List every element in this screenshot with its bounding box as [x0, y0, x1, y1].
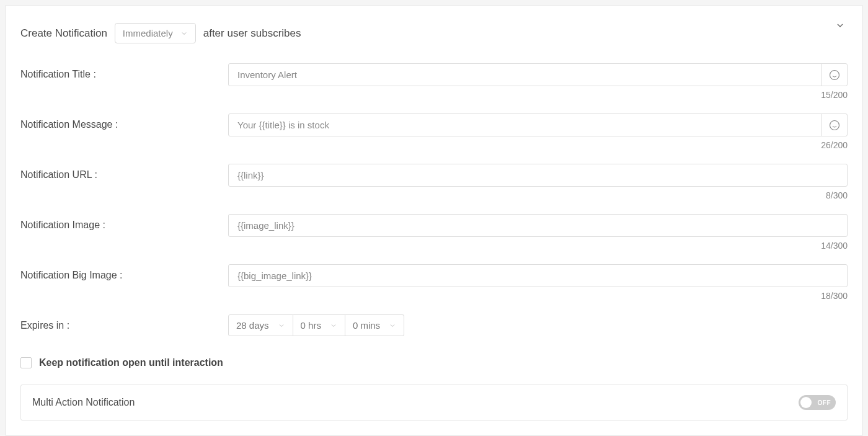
- toggle-state-text: OFF: [818, 399, 831, 406]
- timing-dropdown[interactable]: Immediately: [115, 23, 196, 43]
- chevron-down-icon: [330, 322, 337, 329]
- svg-point-0: [830, 70, 839, 79]
- toggle-knob: [800, 397, 812, 408]
- keep-open-label: Keep notification open until interaction: [39, 357, 223, 368]
- timing-selected: Immediately: [123, 28, 173, 38]
- emoji-picker-button[interactable]: [821, 64, 847, 86]
- row-image: Notification Image : 14/300: [20, 214, 848, 260]
- create-notification-panel: Create Notification Immediately after us…: [5, 5, 863, 436]
- header-prefix: Create Notification: [20, 27, 107, 40]
- row-big-image: Notification Big Image : 18/300: [20, 264, 848, 311]
- multi-action-section: Multi Action Notification OFF: [20, 385, 848, 420]
- expires-days-select[interactable]: 28 days: [228, 314, 293, 336]
- chevron-down-icon: [278, 322, 285, 329]
- input-wrap-message: [228, 113, 848, 136]
- svg-point-3: [830, 120, 839, 130]
- expires-hrs-select[interactable]: 0 hrs: [293, 314, 345, 336]
- label-image: Notification Image :: [20, 214, 228, 231]
- keep-open-checkbox[interactable]: [20, 357, 32, 368]
- chevron-down-icon: [180, 30, 188, 37]
- chevron-down-icon: [389, 322, 396, 329]
- row-url: Notification URL : 8/300: [20, 164, 848, 210]
- input-wrap-image: [228, 214, 848, 237]
- label-url: Notification URL :: [20, 164, 228, 180]
- row-expires: Expires in : 28 days 0 hrs 0 mins: [20, 314, 848, 336]
- expires-select-group: 28 days 0 hrs 0 mins: [228, 314, 848, 336]
- label-expires: Expires in :: [20, 314, 228, 331]
- notification-big-image-input[interactable]: [229, 265, 847, 287]
- expires-mins-select[interactable]: 0 mins: [345, 314, 404, 336]
- collapse-toggle[interactable]: [835, 20, 845, 30]
- expires-mins-value: 0 mins: [353, 320, 380, 331]
- counter-big-image: 18/300: [228, 291, 848, 301]
- header-suffix: after user subscribes: [203, 27, 301, 40]
- label-big-image: Notification Big Image :: [20, 264, 228, 281]
- multi-action-toggle[interactable]: OFF: [799, 395, 836, 410]
- notification-url-input[interactable]: [229, 164, 847, 186]
- notification-image-input[interactable]: [229, 215, 847, 236]
- input-wrap-big-image: [228, 264, 848, 287]
- multi-action-label: Multi Action Notification: [32, 397, 135, 408]
- chevron-down-icon: [835, 20, 845, 30]
- notification-message-input[interactable]: [229, 114, 821, 136]
- emoji-picker-button[interactable]: [821, 114, 847, 136]
- notification-title-input[interactable]: [229, 64, 821, 86]
- counter-message: 26/200: [228, 140, 848, 150]
- input-wrap-title: [228, 63, 848, 86]
- label-message: Notification Message :: [20, 113, 228, 130]
- counter-title: 15/200: [228, 90, 848, 100]
- smiley-icon: [829, 120, 840, 131]
- label-title: Notification Title :: [20, 63, 228, 80]
- smiley-icon: [829, 69, 840, 81]
- header-row: Create Notification Immediately after us…: [20, 23, 848, 43]
- expires-hrs-value: 0 hrs: [301, 320, 321, 331]
- input-wrap-url: [228, 164, 848, 187]
- row-title: Notification Title : 15/200: [20, 63, 848, 110]
- row-message: Notification Message : 26/200: [20, 113, 848, 160]
- counter-image: 14/300: [228, 241, 848, 251]
- counter-url: 8/300: [228, 190, 848, 200]
- expires-days-value: 28 days: [236, 320, 269, 331]
- keep-open-row: Keep notification open until interaction: [20, 357, 848, 368]
